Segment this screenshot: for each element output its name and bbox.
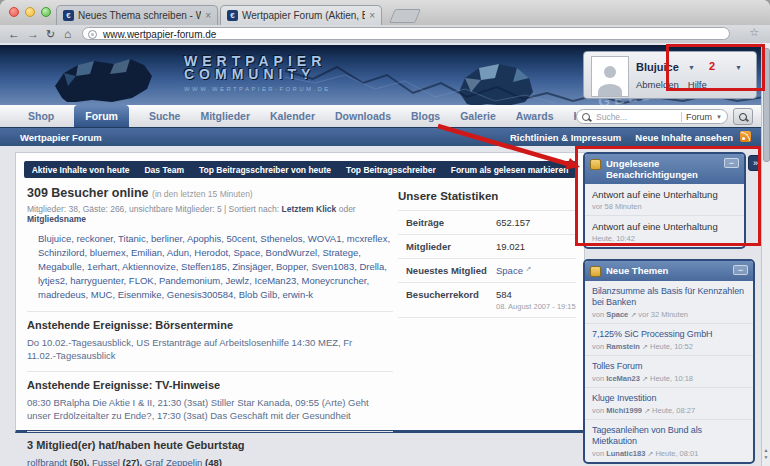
notification-item[interactable]: Antwort auf eine Unterhaltung Heute, 10:…	[585, 216, 744, 247]
nav-item-galerie[interactable]: Galerie	[460, 110, 496, 122]
birthday-member-link[interactable]: Fussel	[92, 457, 120, 466]
browser-toolbar: ← → ↻ ⌂ www.wertpapier-forum.de ☆	[0, 25, 770, 44]
search-field[interactable]: Forum ▼	[576, 109, 728, 124]
tab-title: Neues Thema schreiben - W	[78, 10, 201, 21]
topic-item: 7,125% SiC Processing GmbH von Ramstein …	[585, 324, 753, 356]
topic-author-link[interactable]: Space	[606, 310, 628, 319]
nav-item-awards[interactable]: Awards	[516, 110, 554, 122]
visitors-suffix: (in den letzten 15 Minuten)	[152, 189, 253, 199]
titlebar: € Neues Thema schreiben - W × € Wertpapi…	[0, 0, 770, 26]
online-member-list[interactable]: Blujuice, reckoner, Titanic, berliner, A…	[38, 232, 393, 302]
user-menu-caret-icon[interactable]: ▼	[688, 64, 695, 71]
nav-item-mitglieder[interactable]: Mitglieder	[200, 110, 250, 122]
page-security-icon	[88, 30, 97, 39]
newest-member-link[interactable]: Space	[496, 265, 523, 276]
home-button[interactable]: ⌂	[64, 26, 71, 42]
subnav-active-content-link[interactable]: Aktive Inhalte von heute	[32, 165, 130, 175]
search-submit-button[interactable]	[733, 108, 753, 125]
person-silhouette-icon	[592, 57, 628, 96]
browser-tab-active[interactable]: € Wertpapier Forum (Aktien, B ×	[220, 5, 382, 25]
search-scope-select[interactable]: Forum	[686, 112, 712, 122]
new-content-link[interactable]: Neue Inhalte ansehen	[635, 132, 733, 143]
nav-item-kalender[interactable]: Kalender	[270, 110, 315, 122]
birthdays-title: 3 Mitglied(er) hat/haben heute Geburtsta…	[27, 439, 393, 451]
minimize-panel-button[interactable]: −	[724, 158, 739, 168]
stat-row-mitglieder: Mitglieder 19.021	[398, 234, 576, 258]
nav-item-downloads[interactable]: Downloads	[335, 110, 391, 122]
external-link-icon: ↗	[526, 265, 532, 273]
topic-item: Kluge Investition von Michi1999 ↗ Heute,…	[585, 388, 753, 420]
subnav-top-posters-link[interactable]: Top Beitragsschreiber	[346, 165, 436, 175]
minimize-panel-button[interactable]: −	[733, 265, 748, 275]
sidebar: Ungelesene Benachrichtigungen − Antwort …	[583, 146, 755, 466]
subnav-top-posters-today-link[interactable]: Top Beitragsschreiber von heute	[199, 165, 331, 175]
reload-button[interactable]: ↻	[46, 26, 55, 42]
help-link[interactable]: Hilfe	[688, 79, 707, 90]
username[interactable]: Blujuice	[636, 61, 679, 73]
events-boerse-title: Anstehende Ereignisse: Börsentermine	[27, 319, 393, 331]
back-button[interactable]: ←	[8, 26, 20, 42]
new-tab-button[interactable]	[389, 9, 421, 23]
browser-window: € Neues Thema schreiben - W × € Wertpapi…	[0, 0, 770, 466]
notifications-icon	[590, 159, 601, 170]
user-avatar[interactable]	[591, 56, 629, 97]
panel-title: Ungelesene Benachrichtigungen	[606, 158, 719, 180]
nav-item-blogs[interactable]: Blogs	[411, 110, 440, 122]
nav-item-suche[interactable]: Suche	[149, 110, 181, 122]
birthday-member-link[interactable]: Graf Zeppelin	[145, 457, 203, 466]
address-bar[interactable]: www.wertpapier-forum.de	[82, 27, 730, 40]
scope-caret-icon[interactable]: ▼	[716, 114, 722, 120]
topic-author-link[interactable]: Michi1999	[606, 406, 642, 415]
tab-close-icon[interactable]: ×	[205, 10, 211, 21]
sort-by-name-link[interactable]: Mitgliedsname	[27, 214, 86, 224]
notification-caret-icon[interactable]: ▼	[735, 64, 742, 71]
forum-subnav: Aktive Inhalte von heute Das Team Top Be…	[24, 161, 576, 178]
bookmark-star-icon[interactable]: ☆	[749, 26, 759, 39]
scrollbar-thumb[interactable]	[763, 48, 770, 162]
guidelines-link[interactable]: Richtlinien & Impressum	[510, 132, 621, 143]
events-tv-body[interactable]: 08:30 BRalpha Die Aktie I & II, 21:30 (3…	[27, 396, 379, 422]
page-scrollbar[interactable]: ▲ ▼	[761, 43, 770, 466]
topic-link[interactable]: Tagesanleihen von Bund als Mietkaution	[592, 425, 746, 447]
topic-link[interactable]: 7,125% SiC Processing GmbH	[592, 329, 746, 340]
logout-link[interactable]: Abmelden	[636, 79, 679, 90]
birthday-member-link[interactable]: rolfbrandt	[27, 457, 67, 466]
tab-favicon-icon: €	[63, 10, 74, 21]
new-topics-panel: Neue Themen − Bilanzsumme als Basis für …	[583, 259, 755, 464]
close-window-button[interactable]	[9, 7, 19, 17]
search-input[interactable]	[594, 111, 677, 123]
scroll-down-arrow-icon[interactable]: ▼	[762, 454, 770, 461]
topic-author-link[interactable]: Lunatic183	[606, 449, 645, 458]
events-boerse-body[interactable]: Do 10.02.-Tagesausblick, US Erstanträge …	[27, 336, 379, 362]
nav-item-shop[interactable]: Shop	[28, 110, 54, 122]
sort-by-click-link[interactable]: Letztem Klick	[282, 204, 337, 214]
topic-link[interactable]: Tolles Forum	[592, 361, 746, 372]
forward-button[interactable]: →	[27, 26, 39, 42]
rss-icon[interactable]	[740, 131, 751, 142]
notification-count-badge[interactable]: 2	[709, 60, 715, 72]
breadcrumb[interactable]: Wertpapier Forum	[20, 132, 102, 143]
topic-link[interactable]: Kluge Investition	[592, 393, 746, 404]
tab-close-icon[interactable]: ×	[369, 10, 375, 21]
minimize-window-button[interactable]	[25, 7, 35, 17]
subnav-mark-read-link[interactable]: Forum als gelesen markieren	[451, 165, 569, 175]
external-link-icon: ↗	[642, 343, 648, 350]
topic-link[interactable]: Bilanzsumme als Basis für Kennzahlen bei…	[592, 286, 746, 308]
topic-author-link[interactable]: IceMan23	[606, 374, 640, 383]
external-link-icon: ↗	[642, 375, 648, 382]
subnav-team-link[interactable]: Das Team	[144, 165, 184, 175]
topic-author-link[interactable]: Ramstein	[606, 342, 640, 351]
divider	[681, 112, 682, 122]
zoom-window-button[interactable]	[41, 7, 51, 17]
page-viewport: WERTPAPIER COMMUNITY WWW.WERTPAPIER-FORU…	[0, 43, 770, 466]
visitors-title: 309 Besucher online (in den letzten 15 M…	[27, 186, 393, 200]
external-link-icon: ↗	[647, 450, 653, 457]
notification-item[interactable]: Antwort auf eine Unterhaltung vor 58 Min…	[585, 184, 744, 216]
browser-tab-inactive[interactable]: € Neues Thema schreiben - W ×	[56, 5, 218, 25]
site-header: WERTPAPIER COMMUNITY WWW.WERTPAPIER-FORU…	[0, 45, 761, 105]
breadcrumb-bar: Wertpapier Forum Richtlinien & Impressum…	[0, 127, 761, 146]
nav-item-forum-active[interactable]: Forum	[74, 105, 129, 128]
events-tv-title: Anstehende Ereignisse: TV-Hinweise	[27, 379, 393, 391]
topic-item: Bilanzsumme als Basis für Kennzahlen bei…	[585, 281, 753, 324]
scroll-up-arrow-icon[interactable]: ▲	[762, 447, 770, 454]
